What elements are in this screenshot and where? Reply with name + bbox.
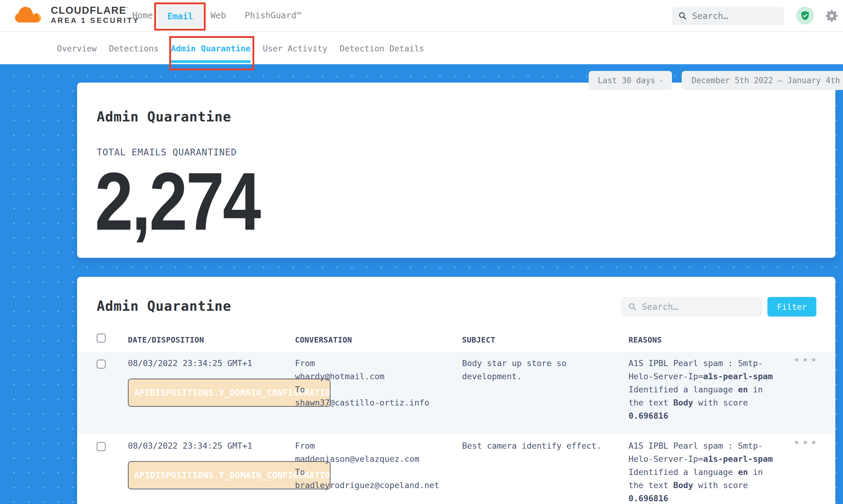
- filter-button[interactable]: Filter: [768, 297, 816, 317]
- row-date: 08/03/2022 23:34:25 GMT+1: [128, 357, 252, 370]
- tab-user-activity[interactable]: User Activity: [263, 38, 328, 59]
- from-label: From: [295, 439, 460, 452]
- search-icon: [678, 11, 687, 20]
- cloudflare-cloud-icon: [13, 3, 45, 25]
- gear-icon: [824, 8, 839, 23]
- row-checkbox[interactable]: [97, 442, 106, 451]
- logo-subtitle: AREA 1 SECURITY: [51, 16, 140, 25]
- row-conversation: From maddenjason@velazquez.com To bradle…: [295, 439, 460, 492]
- nav-item-email[interactable]: Email: [157, 5, 203, 28]
- to-label: To: [295, 383, 460, 396]
- reason-text: A1S IPBL Pearl spam : Smtp-Helo-Server-I…: [629, 439, 777, 466]
- email-sub-nav: Overview Detections Admin Quarantine Use…: [0, 32, 843, 64]
- from-address: maddenjason@velazquez.com: [295, 452, 460, 466]
- table-card-title: Admin Quarantine: [97, 298, 231, 314]
- row-conversation: From whardy@hotmail.com To shawn37@casti…: [295, 357, 460, 409]
- date-range-selector[interactable]: Last 30 days ▾: [589, 71, 672, 90]
- active-tab-underline: [171, 60, 251, 63]
- logo-mark: ': [126, 6, 128, 11]
- logo-brand: CLOUDFLARE': [51, 3, 140, 16]
- date-range-display[interactable]: December 5th 2022 — January 4th 2023: [682, 71, 843, 90]
- security-status-button[interactable]: [796, 7, 814, 24]
- row-reasons: A1S IPBL Pearl spam : Smtp-Helo-Server-I…: [629, 357, 777, 422]
- table-header-row: DATE/DISPOSITION CONVERSATION SUBJECT RE…: [77, 331, 835, 351]
- row-subject: Body star up store so development.: [462, 357, 615, 383]
- metric-value: 2,274: [95, 160, 260, 243]
- table-row[interactable]: 08/03/2022 23:34:25 GMT+1 APIDISPOSITION…: [77, 352, 835, 434]
- tab-detection-details[interactable]: Detection Details: [340, 38, 424, 59]
- tab-admin-quarantine-label: Admin Quarantine: [171, 44, 251, 53]
- tab-admin-quarantine[interactable]: Admin Quarantine: [171, 38, 251, 59]
- chevron-down-icon: ▾: [660, 77, 663, 84]
- shield-check-icon: [800, 11, 810, 21]
- from-label: From: [295, 357, 460, 370]
- tab-detections[interactable]: Detections: [109, 38, 159, 59]
- table-body: 08/03/2022 23:34:25 GMT+1 APIDISPOSITION…: [77, 352, 835, 504]
- date-range-selector-label: Last 30 days: [598, 76, 655, 85]
- from-address: whardy@hotmail.com: [295, 370, 460, 383]
- nav-item-web[interactable]: Web: [211, 11, 226, 20]
- reason-text: Identified a language en in the text Bod…: [629, 466, 777, 504]
- quarantine-summary-card: Admin Quarantine TOTAL EMAILS QUARANTINE…: [77, 83, 835, 258]
- global-search[interactable]: [672, 7, 784, 25]
- column-header-conversation[interactable]: CONVERSATION: [295, 336, 352, 344]
- select-all-checkbox[interactable]: [97, 334, 106, 343]
- to-label: To: [295, 466, 460, 479]
- row-reasons: A1S IPBL Pearl spam : Smtp-Helo-Server-I…: [629, 439, 777, 504]
- page-background: Admin Quarantine TOTAL EMAILS QUARANTINE…: [0, 64, 843, 504]
- global-search-input[interactable]: [692, 11, 772, 21]
- column-header-reasons[interactable]: REASONS: [629, 336, 662, 344]
- top-bar: CLOUDFLARE' AREA 1 SECURITY Home Email W…: [0, 0, 843, 32]
- quarantine-table-card: Admin Quarantine Filter DATE/DISPOSITION…: [77, 277, 835, 504]
- column-header-date-disposition[interactable]: DATE/DISPOSITION: [128, 336, 204, 344]
- table-search-input[interactable]: [642, 302, 746, 312]
- reason-text: A1S IPBL Pearl spam : Smtp-Helo-Server-I…: [629, 357, 777, 383]
- row-date: 08/03/2022 23:34:25 GMT+1: [128, 439, 252, 452]
- table-row[interactable]: 08/03/2022 23:34:25 GMT+1 APIDISPOSITION…: [77, 434, 835, 504]
- to-address: bradleyrodriguez@copeland.net: [295, 479, 460, 492]
- nav-item-home[interactable]: Home: [132, 11, 153, 20]
- tab-overview[interactable]: Overview: [57, 38, 97, 59]
- table-search[interactable]: [621, 297, 762, 317]
- row-actions-menu[interactable]: •••: [793, 436, 819, 450]
- cloudflare-logo: CLOUDFLARE' AREA 1 SECURITY: [13, 3, 140, 25]
- summary-card-title: Admin Quarantine: [97, 109, 231, 124]
- row-subject: Best camera identify effect.: [462, 439, 615, 452]
- settings-button[interactable]: [824, 8, 839, 23]
- reason-text: Identified a language en in the text Bod…: [629, 383, 777, 422]
- nav-item-phishguard[interactable]: PhishGuard™: [245, 11, 301, 20]
- row-checkbox[interactable]: [97, 360, 106, 368]
- to-address: shawn37@castillo-ortiz.info: [295, 396, 460, 409]
- column-header-subject[interactable]: SUBJECT: [462, 336, 495, 344]
- search-icon: [628, 302, 637, 311]
- row-actions-menu[interactable]: •••: [793, 354, 819, 367]
